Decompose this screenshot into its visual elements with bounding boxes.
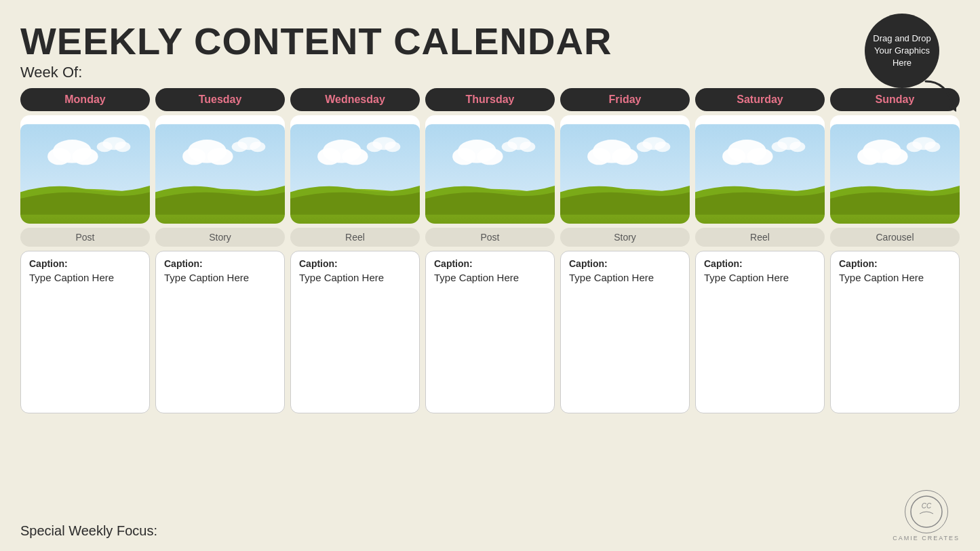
- svg-point-48: [789, 142, 805, 152]
- calendar-grid: Monday: [20, 88, 960, 413]
- logo-circle: CC: [905, 490, 948, 533]
- svg-point-47: [772, 142, 787, 152]
- svg-point-21: [342, 148, 368, 165]
- image-placeholder-tuesday[interactable]: [155, 115, 285, 224]
- caption-text-tuesday: Type Caption Here: [164, 272, 276, 283]
- caption-text-friday: Type Caption Here: [569, 272, 681, 283]
- caption-label-sunday: Caption:: [839, 258, 951, 269]
- page-header: WEEKLY CONTENT CALENDAR Week Of:: [20, 20, 960, 81]
- arrow-icon: [919, 75, 960, 115]
- caption-box-tuesday[interactable]: Caption:Type Caption Here: [155, 251, 285, 413]
- day-header-tuesday: Tuesday: [155, 88, 285, 111]
- caption-label-saturday: Caption:: [704, 258, 816, 269]
- svg-point-40: [654, 142, 670, 152]
- content-type-wednesday[interactable]: Reel: [290, 228, 420, 247]
- svg-point-56: [924, 142, 940, 152]
- svg-point-53: [882, 148, 907, 165]
- svg-point-52: [857, 148, 880, 165]
- image-placeholder-monday[interactable]: [20, 115, 150, 224]
- caption-text-wednesday: Type Caption Here: [299, 272, 411, 283]
- caption-box-saturday[interactable]: Caption:Type Caption Here: [695, 251, 825, 413]
- caption-label-friday: Caption:: [569, 258, 681, 269]
- day-header-monday: Monday: [20, 88, 150, 111]
- caption-text-thursday: Type Caption Here: [434, 272, 546, 283]
- svg-point-15: [232, 142, 248, 152]
- day-col-tuesday: Tuesday: [155, 88, 285, 413]
- day-col-saturday: Saturday: [695, 88, 825, 413]
- drag-drop-hint: Drag and Drop Your Graphics Here: [865, 14, 939, 88]
- svg-point-45: [747, 148, 772, 165]
- svg-point-7: [97, 142, 113, 152]
- svg-text:CC: CC: [921, 502, 931, 510]
- day-col-thursday: Thursday: [425, 88, 555, 413]
- day-header-friday: Friday: [560, 88, 690, 111]
- day-col-sunday: Sunday: [830, 88, 960, 413]
- svg-point-16: [250, 142, 265, 152]
- brand-name: CAMIE CREATES: [893, 535, 960, 542]
- caption-label-thursday: Caption:: [434, 258, 546, 269]
- svg-point-13: [207, 148, 233, 165]
- caption-box-wednesday[interactable]: Caption:Type Caption Here: [290, 251, 420, 413]
- content-type-friday[interactable]: Story: [560, 228, 690, 247]
- svg-point-39: [637, 142, 652, 152]
- image-placeholder-sunday[interactable]: [830, 115, 960, 224]
- day-col-friday: Friday: [560, 88, 690, 413]
- image-placeholder-friday[interactable]: [560, 115, 690, 224]
- brand-logo: CC CAMIE CREATES: [893, 490, 960, 542]
- content-type-tuesday[interactable]: Story: [155, 228, 285, 247]
- day-header-wednesday: Wednesday: [290, 88, 420, 111]
- day-col-monday: Monday: [20, 88, 150, 413]
- page-title: WEEKLY CONTENT CALENDAR: [20, 20, 960, 62]
- svg-point-36: [587, 148, 610, 165]
- svg-point-20: [317, 148, 340, 165]
- svg-point-24: [385, 142, 400, 152]
- day-header-thursday: Thursday: [425, 88, 555, 111]
- content-type-monday[interactable]: Post: [20, 228, 150, 247]
- caption-label-tuesday: Caption:: [164, 258, 276, 269]
- image-placeholder-thursday[interactable]: [425, 115, 555, 224]
- caption-box-friday[interactable]: Caption:Type Caption Here: [560, 251, 690, 413]
- content-type-sunday[interactable]: Carousel: [830, 228, 960, 247]
- svg-point-55: [907, 142, 922, 152]
- content-type-thursday[interactable]: Post: [425, 228, 555, 247]
- svg-point-37: [612, 148, 638, 165]
- week-of-label: Week Of:: [20, 64, 960, 81]
- caption-box-sunday[interactable]: Caption:Type Caption Here: [830, 251, 960, 413]
- special-focus-label: Special Weekly Focus:: [20, 523, 157, 539]
- image-placeholder-wednesday[interactable]: [290, 115, 420, 224]
- svg-point-32: [520, 142, 535, 152]
- caption-text-saturday: Type Caption Here: [704, 272, 816, 283]
- caption-text-sunday: Type Caption Here: [839, 272, 951, 283]
- svg-point-29: [477, 148, 503, 165]
- svg-point-28: [452, 148, 475, 165]
- image-placeholder-saturday[interactable]: [695, 115, 825, 224]
- caption-label-wednesday: Caption:: [299, 258, 411, 269]
- caption-label-monday: Caption:: [29, 258, 141, 269]
- day-col-wednesday: Wednesday: [290, 88, 420, 413]
- content-type-saturday[interactable]: Reel: [695, 228, 825, 247]
- svg-point-8: [115, 142, 130, 152]
- svg-point-5: [72, 148, 98, 165]
- svg-point-12: [182, 148, 205, 165]
- svg-point-4: [47, 148, 71, 165]
- day-header-saturday: Saturday: [695, 88, 825, 111]
- svg-point-44: [722, 148, 745, 165]
- caption-box-monday[interactable]: Caption:Type Caption Here: [20, 251, 150, 413]
- caption-box-thursday[interactable]: Caption:Type Caption Here: [425, 251, 555, 413]
- caption-text-monday: Type Caption Here: [29, 272, 141, 283]
- svg-point-23: [367, 142, 383, 152]
- svg-point-31: [502, 142, 517, 152]
